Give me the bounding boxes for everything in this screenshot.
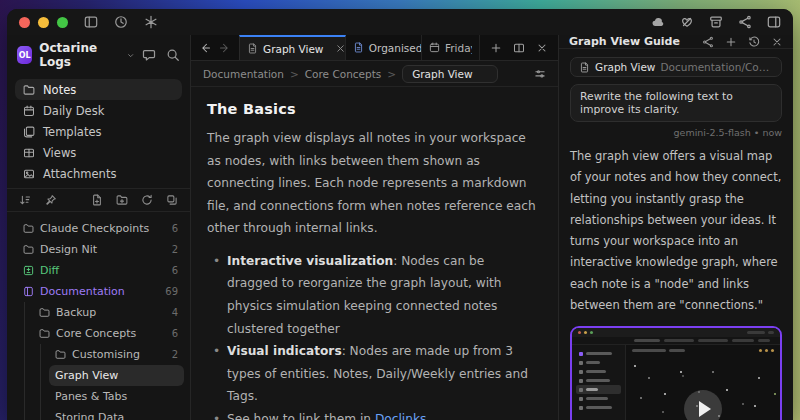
forward-arrow-icon[interactable] bbox=[219, 42, 231, 54]
section-heading-basics: The Basics bbox=[207, 101, 538, 117]
tab-organised-notes[interactable]: Organised Notes bbox=[346, 35, 422, 60]
chat-icon[interactable] bbox=[142, 48, 156, 62]
paragraph: The graph view displays all notes in you… bbox=[207, 127, 538, 240]
tab-title: Graph View bbox=[263, 43, 323, 55]
list-item: See how to link them in Doclinks bbox=[207, 408, 538, 420]
folder-icon bbox=[23, 244, 34, 255]
sidebar-item-attachments[interactable]: Attachments bbox=[15, 163, 182, 184]
pin-icon[interactable] bbox=[45, 194, 57, 206]
tree-count: 2 bbox=[172, 349, 178, 360]
tree-item-customising[interactable]: Customising 2 bbox=[49, 344, 184, 365]
tree-count: 69 bbox=[165, 286, 178, 297]
new-folder-icon[interactable] bbox=[116, 194, 128, 206]
user-prompt-bubble: Rewrite the following text to improve it… bbox=[570, 84, 782, 122]
collapse-all-icon[interactable] bbox=[166, 194, 178, 206]
new-chat-icon[interactable] bbox=[725, 36, 737, 48]
bullet-list: Interactive visualization: Nodes can be … bbox=[207, 250, 538, 420]
note-content[interactable]: The Basics The graph view displays all n… bbox=[191, 87, 558, 420]
chip-path: Documentation/Core Concepts bbox=[660, 61, 773, 73]
mini-app-body bbox=[572, 345, 780, 420]
sparkle-asterisk-icon[interactable] bbox=[144, 15, 158, 29]
toggle-right-sidebar-icon[interactable] bbox=[767, 15, 781, 29]
video-preview[interactable] bbox=[570, 326, 782, 420]
close-window-button[interactable] bbox=[19, 17, 30, 28]
minimize-window-button[interactable] bbox=[38, 17, 49, 28]
model-name: gemini-2.5-flash bbox=[674, 127, 751, 138]
graph-nodes-dots bbox=[634, 365, 636, 367]
mini-tabstrip bbox=[572, 337, 780, 345]
app-window: OL Octarine Logs Notes Daily bbox=[7, 9, 793, 420]
close-pane-icon[interactable] bbox=[536, 42, 548, 54]
tree-count: 6 bbox=[172, 223, 178, 234]
zoom-window-button[interactable] bbox=[57, 17, 68, 28]
tree-label: Customising bbox=[72, 348, 140, 361]
clock-icon[interactable] bbox=[114, 15, 128, 29]
tab-graph-view[interactable]: Graph View Documentation bbox=[239, 35, 346, 60]
sort-icon[interactable] bbox=[19, 194, 31, 206]
folder-icon bbox=[23, 84, 35, 96]
new-file-icon[interactable] bbox=[91, 194, 103, 206]
history-icon[interactable] bbox=[748, 36, 760, 48]
tree-item-documentation[interactable]: Documentation 69 bbox=[17, 281, 184, 302]
ai-network-icon[interactable] bbox=[738, 15, 752, 29]
note-title-input[interactable] bbox=[402, 65, 498, 83]
refresh-icon[interactable] bbox=[141, 194, 153, 206]
cloud-sync-icon[interactable] bbox=[651, 15, 665, 29]
split-pane-icon[interactable] bbox=[513, 42, 525, 54]
tree-item-claude-checkpoints[interactable]: Claude Checkpoints 6 bbox=[17, 218, 184, 239]
mini-titlebar bbox=[572, 328, 780, 337]
breadcrumb-item[interactable]: Documentation bbox=[203, 68, 284, 80]
sidebar-item-templates[interactable]: Templates bbox=[15, 121, 182, 142]
tree-label: Core Concepts bbox=[56, 327, 136, 340]
sidebar-item-notes[interactable]: Notes bbox=[15, 79, 182, 100]
tab-bar: Graph View Documentation Organised Notes… bbox=[191, 35, 558, 61]
tree-label: Documentation bbox=[40, 285, 125, 298]
left-sidebar: OL Octarine Logs Notes Daily bbox=[7, 35, 190, 420]
breadcrumb: Documentation > Core Concepts > bbox=[191, 61, 558, 87]
workspace-name: Octarine Logs bbox=[39, 41, 118, 69]
tree-item-panes-tabs[interactable]: Panes & Tabs bbox=[49, 386, 184, 407]
tree-item-storing-data[interactable]: Storing Data bbox=[49, 407, 184, 420]
ai-panel-title: Graph View Guide bbox=[569, 35, 680, 48]
ai-network-icon[interactable] bbox=[702, 36, 714, 48]
templates-icon bbox=[23, 126, 35, 138]
folder-icon bbox=[23, 223, 34, 234]
tree-item-diff[interactable]: Diff 6 bbox=[17, 260, 184, 281]
new-tab-icon[interactable] bbox=[490, 42, 502, 54]
toggle-left-sidebar-icon[interactable] bbox=[84, 15, 98, 29]
close-tab-icon[interactable] bbox=[335, 43, 345, 54]
image-icon bbox=[23, 168, 35, 180]
tree-toolbar bbox=[7, 188, 190, 212]
doclinks-link[interactable]: Doclinks bbox=[375, 412, 426, 420]
tree-label: Storing Data bbox=[55, 411, 124, 420]
play-button[interactable] bbox=[684, 390, 722, 420]
back-arrow-icon[interactable] bbox=[199, 42, 211, 54]
breadcrumb-item[interactable]: Core Concepts bbox=[305, 68, 382, 80]
close-panel-icon[interactable] bbox=[771, 36, 783, 48]
calendar-icon bbox=[23, 105, 35, 117]
tune-filter-icon[interactable] bbox=[534, 68, 546, 80]
tree-count: 6 bbox=[172, 328, 178, 339]
tree-item-backup[interactable]: Backup 4 bbox=[33, 302, 184, 323]
tree-item-design-nit[interactable]: Design Nit 2 bbox=[17, 239, 184, 260]
workspace-switcher[interactable]: OL Octarine Logs bbox=[7, 35, 190, 73]
tab-friday[interactable]: Friday, D bbox=[422, 35, 480, 60]
traffic-lights bbox=[19, 17, 68, 28]
search-icon[interactable] bbox=[166, 48, 180, 62]
titlebar bbox=[7, 9, 793, 35]
list-item: Interactive visualization: Nodes can be … bbox=[207, 250, 538, 340]
documentation-children: Backup 4 Core Concepts 6 Customising bbox=[24, 302, 184, 420]
user-prompt-text: Rewrite the following text to improve it… bbox=[580, 90, 733, 116]
book-icon bbox=[23, 286, 34, 297]
context-chip[interactable]: Graph View Documentation/Core Concepts bbox=[570, 57, 782, 77]
sidebar-item-views[interactable]: Views bbox=[15, 142, 182, 163]
chevron-down-icon bbox=[126, 50, 135, 61]
sidebar-item-daily-desk[interactable]: Daily Desk bbox=[15, 100, 182, 121]
tree-item-core-concepts[interactable]: Core Concepts 6 bbox=[33, 323, 184, 344]
core-concepts-children: Customising 2 Graph View Panes & Tabs St… bbox=[40, 344, 184, 420]
tree-item-graph-view[interactable]: Graph View bbox=[49, 365, 184, 386]
archive-icon[interactable] bbox=[709, 15, 723, 29]
heart-doodle-icon[interactable] bbox=[680, 15, 694, 29]
folder-icon bbox=[55, 349, 66, 360]
mini-sidebar bbox=[572, 345, 626, 420]
